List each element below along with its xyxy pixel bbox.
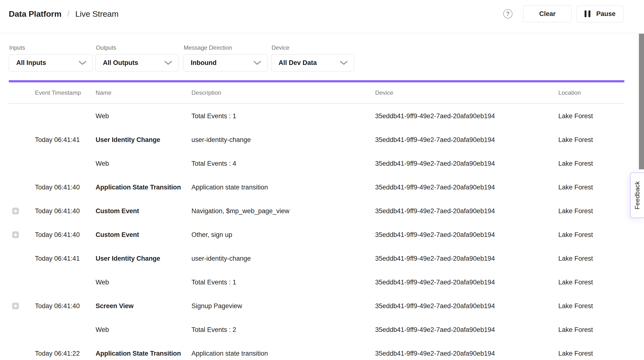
event-device: 35eddb41-9ff9-49e2-7aed-20afa90eb194 [375,302,558,310]
event-device: 35eddb41-9ff9-49e2-7aed-20afa90eb194 [375,160,558,168]
breadcrumb-separator: / [67,9,70,18]
table-row[interactable]: Today 06:41:40 Custom Event Navigation, … [9,199,624,223]
event-location: Lake Forest [558,207,624,215]
table-row[interactable]: Web Total Events : 1 35eddb41-9ff9-49e2-… [9,270,624,294]
event-description: Total Events : 4 [192,160,375,168]
column-device: Device [375,89,558,96]
event-device: 35eddb41-9ff9-49e2-7aed-20afa90eb194 [375,231,558,239]
device-dropdown[interactable]: All Dev Data [271,54,354,71]
table-row[interactable]: Today 06:41:40 Custom Event Other, sign … [9,223,624,247]
event-device: 35eddb41-9ff9-49e2-7aed-20afa90eb194 [375,207,558,215]
event-device: 35eddb41-9ff9-49e2-7aed-20afa90eb194 [375,326,558,334]
chevron-down-icon [253,61,261,65]
page-header: Data Platform / Live Stream ? Clear Paus… [0,0,644,33]
expand-plus-icon[interactable] [12,208,19,214]
event-description: Other, sign up [192,231,375,239]
pause-button[interactable]: Pause [576,5,624,22]
event-location: Lake Forest [558,350,624,357]
expand-cell [9,208,35,214]
event-stream-table: Web Total Events : 1 35eddb41-9ff9-49e2-… [9,104,624,360]
event-location: Lake Forest [558,231,624,239]
table-row[interactable]: Today 06:41:40 Application State Transit… [9,176,624,199]
event-location: Lake Forest [558,112,624,120]
event-timestamp: Today 06:41:40 [35,302,96,310]
event-device: 35eddb41-9ff9-49e2-7aed-20afa90eb194 [375,184,558,191]
event-device: 35eddb41-9ff9-49e2-7aed-20afa90eb194 [375,136,558,144]
chevron-down-icon [164,61,172,65]
expand-plus-icon[interactable] [12,231,19,238]
message-direction-dropdown-value: Inbound [191,59,216,67]
event-name: Screen View [96,302,192,310]
event-description: user-identity-change [192,255,375,262]
outputs-dropdown[interactable]: All Outputs [95,54,178,71]
table-row[interactable]: Today 06:41:41 User Identity Change user… [9,247,624,270]
event-description: Total Events : 1 [192,112,375,120]
column-name: Name [96,89,192,96]
table-row[interactable]: Web Total Events : 4 35eddb41-9ff9-49e2-… [9,152,624,176]
expand-cell [9,231,35,238]
expand-plus-icon[interactable] [12,303,19,309]
inputs-dropdown-value: All Inputs [16,59,46,67]
event-name: Custom Event [96,207,192,215]
table-row[interactable]: Today 06:41:22 Application State Transit… [9,342,624,360]
table-row[interactable]: Web Total Events : 2 35eddb41-9ff9-49e2-… [9,318,624,342]
inputs-dropdown[interactable]: All Inputs [9,54,93,71]
event-timestamp: Today 06:41:22 [35,350,96,357]
event-location: Lake Forest [558,255,624,262]
event-name: Web [96,326,192,334]
pause-icon [584,10,590,17]
event-timestamp: Today 06:41:40 [35,184,96,191]
event-location: Lake Forest [558,136,624,144]
message-direction-label: Message Direction [184,44,232,51]
table-row[interactable]: Web Total Events : 1 35eddb41-9ff9-49e2-… [9,104,624,128]
feedback-tab[interactable]: Feedback [630,173,644,218]
vertical-scrollbar-thumb[interactable] [639,34,644,169]
event-name: Web [96,279,192,286]
pause-button-label: Pause [596,10,616,18]
column-event-timestamp: Event Timestamp [35,89,96,96]
inputs-label: Inputs [9,44,25,51]
column-location: Location [558,89,624,96]
page-title: Live Stream [75,9,118,19]
event-location: Lake Forest [558,326,624,334]
event-name: User Identity Change [96,136,192,144]
device-label: Device [272,44,289,51]
event-description: Total Events : 1 [192,279,375,286]
event-description: user-identity-change [192,136,375,144]
event-timestamp: Today 06:41:41 [35,255,96,262]
event-description: Signup Pageview [192,302,375,310]
message-direction-dropdown[interactable]: Inbound [183,54,268,71]
event-description: Application state transition [192,350,375,357]
event-device: 35eddb41-9ff9-49e2-7aed-20afa90eb194 [375,279,558,286]
event-location: Lake Forest [558,160,624,168]
breadcrumb-section[interactable]: Data Platform [9,9,62,19]
event-name: Application State Transition [96,184,192,191]
header-actions: ? Clear Pause [503,5,624,22]
accent-divider [9,80,624,82]
event-location: Lake Forest [558,184,624,191]
event-location: Lake Forest [558,302,624,310]
event-device: 35eddb41-9ff9-49e2-7aed-20afa90eb194 [375,255,558,262]
table-row[interactable]: Today 06:41:40 Screen View Signup Pagevi… [9,294,624,318]
event-name: Application State Transition [96,350,192,357]
device-dropdown-value: All Dev Data [278,59,317,67]
outputs-label: Outputs [96,44,116,51]
help-icon[interactable]: ? [503,9,512,18]
event-timestamp: Today 06:41:41 [35,136,96,144]
event-device: 35eddb41-9ff9-49e2-7aed-20afa90eb194 [375,350,558,357]
table-row[interactable]: Today 06:41:41 User Identity Change user… [9,128,624,152]
expand-cell [9,303,35,309]
feedback-tab-label: Feedback [634,181,641,209]
event-name: Web [96,160,192,168]
column-description: Description [192,89,375,96]
event-timestamp: Today 06:41:40 [35,231,96,239]
table-header: Event Timestamp Name Description Device … [9,82,624,104]
event-description: Navigation, $mp_web_page_view [192,207,375,215]
breadcrumb: Data Platform / Live Stream [9,0,118,28]
outputs-dropdown-value: All Outputs [103,59,138,67]
chevron-down-icon [78,61,87,65]
event-name: Web [96,112,192,120]
clear-button[interactable]: Clear [523,5,572,22]
chevron-down-icon [340,61,348,65]
event-description: Total Events : 2 [192,326,375,334]
